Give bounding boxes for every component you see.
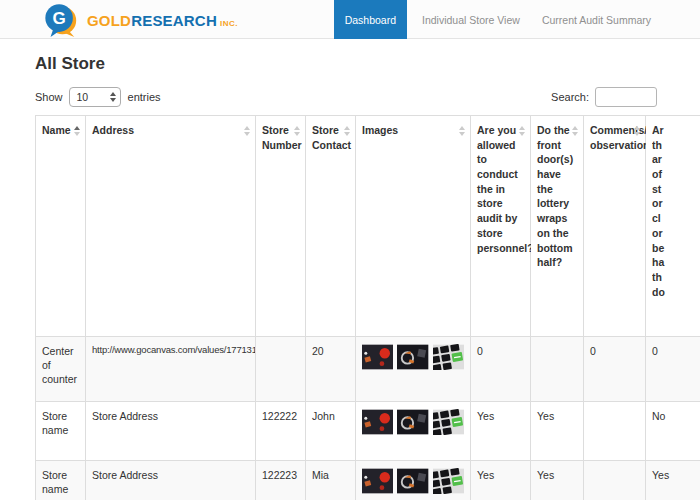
wordmark-gold: GOLD	[87, 12, 131, 29]
table-row: Store name Store Address 122223 Mia Yes …	[36, 461, 700, 500]
dashboard-page: { "brand": { "icon_letter": "G", "name_g…	[0, 0, 700, 500]
column-header-images[interactable]: Images	[356, 116, 471, 337]
stores-table: Name Address Store Number Store Contact …	[35, 115, 700, 500]
wordmark-research: RESEARCH	[131, 12, 217, 29]
search-label: Search:	[551, 91, 589, 103]
store-photo-dark-red-thumbnail[interactable]	[362, 468, 393, 494]
stores-table-wrapper: Name Address Store Number Store Contact …	[35, 115, 700, 500]
gold-research-wordmark: GOLDRESEARCH INC.	[87, 12, 238, 29]
cell-images	[356, 461, 471, 500]
cell-clipped-question: 0	[646, 337, 700, 402]
select-spinner-icon	[110, 92, 116, 102]
tab-current-audit-summary[interactable]: Current Audit Summary	[531, 0, 662, 39]
cell-front-door-wraps: Yes	[531, 402, 584, 461]
store-photo-gauge-thumbnail[interactable]	[397, 468, 428, 494]
search-control: Search:	[551, 87, 657, 107]
sort-arrows-icon[interactable]	[294, 126, 300, 136]
cell-address: Store Address	[86, 402, 256, 461]
sort-arrows-icon[interactable]	[519, 126, 525, 136]
cell-store-number: 122223	[256, 461, 306, 500]
svg-text:G: G	[52, 9, 65, 28]
column-header-allowed-to-conduct[interactable]: Are you allowed to conduct the in store …	[471, 116, 531, 337]
cell-name: Store name	[36, 402, 86, 461]
cell-front-door-wraps	[531, 337, 584, 402]
cell-allowed-to-conduct: Yes	[471, 461, 531, 500]
cell-store-contact: 20	[306, 337, 356, 402]
cell-clipped-question: Yes	[646, 461, 700, 500]
page-title: All Store	[35, 54, 700, 74]
store-photo-dark-red-thumbnail[interactable]	[362, 344, 393, 370]
column-header-clipped-question[interactable]: Ar th ar of st or cl or be ha th do	[646, 116, 700, 337]
cell-comments: 0	[584, 337, 646, 402]
top-bar: G GOLDRESEARCH INC. Dashboard Individual…	[0, 0, 700, 39]
sort-arrows-icon[interactable]	[634, 126, 640, 136]
page-size-select[interactable]: 10	[69, 87, 121, 107]
cell-name: Store name	[36, 461, 86, 500]
show-label: Show	[35, 91, 63, 103]
column-header-comments[interactable]: Comments/ observations	[584, 116, 646, 337]
sort-arrows-icon[interactable]	[74, 126, 80, 136]
sort-arrows-icon[interactable]	[459, 126, 465, 136]
gold-research-logo: G GOLDRESEARCH INC.	[42, 1, 238, 39]
column-header-name[interactable]: Name	[36, 116, 86, 337]
sort-arrows-icon[interactable]	[244, 126, 250, 136]
cell-comments	[584, 461, 646, 500]
page-size-control: Show 10 entries	[35, 87, 161, 107]
cell-store-contact: John	[306, 402, 356, 461]
wordmark-inc: INC.	[220, 19, 238, 28]
cell-images	[356, 402, 471, 461]
cell-allowed-to-conduct: Yes	[471, 402, 531, 461]
cell-store-number: 122222	[256, 402, 306, 461]
main-nav: Dashboard Individual Store View Current …	[334, 0, 662, 39]
cell-allowed-to-conduct: 0	[471, 337, 531, 402]
column-header-store-contact[interactable]: Store Contact	[306, 116, 356, 337]
table-row: Store name Store Address 122222 John Yes…	[36, 402, 700, 461]
table-row: Center of counter http://www.gocanvas.co…	[36, 337, 700, 402]
table-controls: Show 10 entries Search:	[35, 86, 657, 108]
gold-research-logo-icon: G	[42, 1, 80, 39]
sort-arrows-icon[interactable]	[572, 126, 578, 136]
cell-address: Store Address	[86, 461, 256, 500]
store-photo-gauge-thumbnail[interactable]	[397, 344, 428, 370]
column-header-front-door-wraps[interactable]: Do the front door(s) have the lottery wr…	[531, 116, 584, 337]
keyboard-green-key-thumbnail[interactable]	[433, 468, 464, 494]
sort-arrows-icon[interactable]	[344, 126, 350, 136]
cell-comments	[584, 402, 646, 461]
cell-clipped-question: No	[646, 402, 700, 461]
tab-dashboard[interactable]: Dashboard	[334, 0, 407, 39]
keyboard-green-key-thumbnail[interactable]	[433, 344, 464, 370]
search-input[interactable]	[595, 87, 657, 107]
cell-store-number	[256, 337, 306, 402]
tab-individual-store-view[interactable]: Individual Store View	[411, 0, 531, 39]
store-photo-gauge-thumbnail[interactable]	[397, 409, 428, 435]
keyboard-green-key-thumbnail[interactable]	[433, 409, 464, 435]
cell-images	[356, 337, 471, 402]
column-header-address[interactable]: Address	[86, 116, 256, 337]
cell-front-door-wraps: Yes	[531, 461, 584, 500]
store-photo-dark-red-thumbnail[interactable]	[362, 409, 393, 435]
cell-address: http://www.gocanvas.com/values/177131530…	[86, 337, 256, 402]
column-header-store-number[interactable]: Store Number	[256, 116, 306, 337]
cell-store-contact: Mia	[306, 461, 356, 500]
entries-label: entries	[128, 91, 161, 103]
header-row: Name Address Store Number Store Contact …	[36, 116, 700, 337]
cell-name: Center of counter	[36, 337, 86, 402]
page-size-value: 10	[77, 91, 89, 103]
